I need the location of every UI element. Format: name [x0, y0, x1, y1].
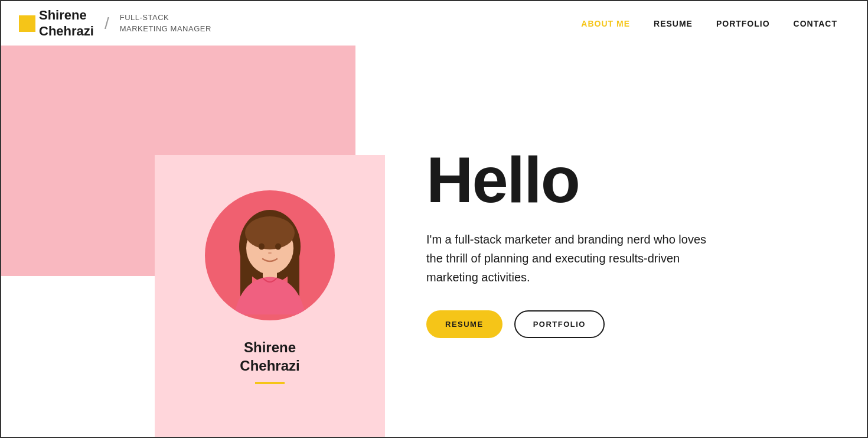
profile-name: Shirene Chehrazi — [240, 338, 299, 375]
logo-area: Shirene Chehrazi / FULL-STACK MARKETING … — [19, 8, 211, 39]
logo-square — [19, 15, 35, 32]
cta-buttons: RESUME PORTFOLIO — [426, 310, 820, 338]
header: Shirene Chehrazi / FULL-STACK MARKETING … — [1, 1, 867, 46]
logo-name-block: Shirene Chehrazi — [19, 8, 94, 39]
resume-button[interactable]: RESUME — [426, 310, 502, 338]
svg-point-4 — [245, 216, 295, 249]
logo-divider: / — [105, 14, 109, 33]
svg-point-5 — [259, 244, 265, 250]
nav-contact[interactable]: CONTACT — [794, 19, 837, 28]
profile-card: Shirene Chehrazi — [155, 155, 385, 438]
nav-resume[interactable]: RESUME — [654, 19, 693, 28]
profile-underline — [255, 382, 285, 384]
logo-title: FULL-STACK MARKETING MANAGER — [120, 12, 211, 34]
hello-heading: Hello — [426, 147, 820, 212]
nav-portfolio[interactable]: PORTFOLIO — [716, 19, 770, 28]
avatar-image — [211, 196, 329, 314]
portfolio-button[interactable]: PORTFOLIO — [514, 310, 605, 338]
svg-point-6 — [275, 244, 281, 250]
nav-about-me[interactable]: ABOUT ME — [581, 19, 630, 28]
left-section: Shirene Chehrazi — [1, 46, 391, 438]
svg-point-7 — [268, 252, 272, 254]
bio-text: I'm a full-stack marketer and branding n… — [426, 230, 722, 287]
logo-name: Shirene Chehrazi — [39, 8, 94, 39]
avatar — [205, 190, 335, 320]
main-content: Shirene Chehrazi Hello I'm a full-stack … — [1, 46, 867, 438]
right-section: Hello I'm a full-stack marketer and bran… — [391, 46, 867, 438]
main-nav: ABOUT ME RESUME PORTFOLIO CONTACT — [581, 19, 837, 28]
